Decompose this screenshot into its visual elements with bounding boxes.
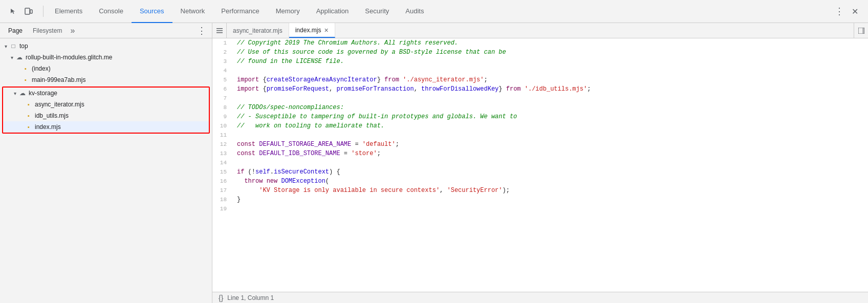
kv-storage-group: ◀ ☁ kv-storage ▪ async_iterator.mjs ▪ <box>2 86 210 134</box>
line-code-17: 'KV Storage is only available in secure … <box>233 186 868 195</box>
toolbar-tabs: Elements Console Sources Network Perform… <box>47 0 828 23</box>
sidebar-tab-filesystem[interactable]: Filesystem <box>29 24 66 38</box>
code-editor[interactable]: 1// Copyright 2019 The Chromium Authors.… <box>212 38 868 292</box>
sidebar-more-tabs[interactable]: » <box>70 26 75 35</box>
tab-sources[interactable]: Sources <box>132 0 172 23</box>
line-number-12: 12 <box>212 140 233 149</box>
tree-label-index-mjs: index.mjs <box>35 123 61 131</box>
status-bar: {} Line 1, Column 1 <box>212 292 868 303</box>
line-number-19: 19 <box>212 204 233 213</box>
tree-arrow-index-mjs <box>17 123 25 131</box>
line-code-1: // Copyright 2019 The Chromium Authors. … <box>233 38 868 48</box>
tree-arrow-main <box>14 76 21 83</box>
tree-label-host: rollup-built-in-modules.glitch.me <box>26 54 112 61</box>
tab-console[interactable]: Console <box>91 0 132 23</box>
line-number-7: 7 <box>212 94 233 103</box>
file-icon-async-iter: ▪ <box>25 100 33 109</box>
tree-label-idb: idb_utils.mjs <box>35 112 69 119</box>
tree-arrow-host <box>8 54 15 61</box>
line-code-18: } <box>233 195 868 204</box>
sidebar-tabs-bar: Page Filesystem » ⋮ <box>0 23 212 38</box>
code-tab-async-iter[interactable]: async_iterator.mjs <box>227 23 289 38</box>
tab-security[interactable]: Security <box>357 0 397 23</box>
code-line-13: 13const DEFAULT_IDB_STORE_NAME = 'store'… <box>212 149 868 158</box>
line-number-1: 1 <box>212 38 233 48</box>
tree-item-index[interactable]: ▪ (index) <box>0 63 212 74</box>
tree-item-host[interactable]: ☁ rollup-built-in-modules.glitch.me <box>0 52 212 63</box>
tree-item-main[interactable]: ▪ main-999ea7ab.mjs <box>0 74 212 85</box>
code-line-8: 8// TODOs/spec-noncompliances: <box>212 103 868 112</box>
tree-item-kv-storage[interactable]: ☁ kv-storage <box>3 88 209 99</box>
code-area: async_iterator.mjs index.mjs × 1// Copyr… <box>212 23 868 303</box>
device-toggle-icon[interactable] <box>21 4 36 18</box>
svg-rect-2 <box>216 28 223 29</box>
sidebar-tab-page[interactable]: Page <box>4 24 27 38</box>
line-number-15: 15 <box>212 167 233 177</box>
tree-label-async-iter: async_iterator.mjs <box>35 101 84 108</box>
line-code-9: // - Susceptible to tampering of built-i… <box>233 112 868 121</box>
code-line-18: 18} <box>212 195 868 204</box>
code-line-7: 7 <box>212 94 868 103</box>
more-options-icon[interactable]: ⋮ <box>832 4 847 18</box>
line-number-17: 17 <box>212 186 233 195</box>
svg-rect-3 <box>216 30 223 31</box>
tree-item-index-mjs[interactable]: ▪ index.mjs <box>3 121 209 133</box>
line-code-13: const DEFAULT_IDB_STORE_NAME = 'store'; <box>233 149 868 158</box>
line-number-9: 9 <box>212 112 233 121</box>
file-icon-index: ▪ <box>21 64 30 73</box>
tab-audits[interactable]: Audits <box>397 0 432 23</box>
tree-arrow-idb <box>17 112 25 119</box>
code-line-9: 9// - Susceptible to tampering of built-… <box>212 112 868 121</box>
line-code-15: if (!self.isSecureContext) { <box>233 167 868 177</box>
main-toolbar: Elements Console Sources Network Perform… <box>0 0 868 23</box>
code-line-5: 5import {createStorageAreaAsyncIterator}… <box>212 75 868 84</box>
toolbar-divider-1 <box>43 6 44 17</box>
line-code-7 <box>233 94 868 103</box>
cloud-icon-kv: ☁ <box>18 89 27 97</box>
tree-label-index: (index) <box>32 65 51 72</box>
line-number-18: 18 <box>212 195 233 204</box>
dock-right-btn[interactable] <box>854 23 868 38</box>
line-number-3: 3 <box>212 57 233 66</box>
code-tab-index-mjs[interactable]: index.mjs × <box>289 23 335 38</box>
sidebar: Page Filesystem » ⋮ □ top ☁ rollup-built… <box>0 23 212 303</box>
tree-arrow-async-iter <box>17 101 25 108</box>
line-number-16: 16 <box>212 177 233 186</box>
cursor-icon[interactable] <box>6 4 20 18</box>
folder-icon-top: □ <box>9 42 17 50</box>
line-number-4: 4 <box>212 66 233 75</box>
code-line-14: 14 <box>212 158 868 167</box>
tree-item-idb[interactable]: ▪ idb_utils.mjs <box>3 110 209 121</box>
line-code-5: import {createStorageAreaAsyncIterator} … <box>233 75 868 84</box>
line-code-6: import {promiseForRequest, promiseForTra… <box>233 84 868 94</box>
code-line-17: 17 'KV Storage is only available in secu… <box>212 186 868 195</box>
code-line-4: 4 <box>212 66 868 75</box>
pretty-print-icon[interactable]: {} <box>219 294 223 302</box>
svg-rect-0 <box>25 8 30 14</box>
line-code-14 <box>233 158 868 167</box>
tree-arrow-index <box>14 65 21 72</box>
line-number-14: 14 <box>212 158 233 167</box>
sidebar-kebab-menu[interactable]: ⋮ <box>196 25 208 36</box>
line-number-8: 8 <box>212 103 233 112</box>
tree-item-top[interactable]: □ top <box>0 40 212 52</box>
tree-item-async-iter[interactable]: ▪ async_iterator.mjs <box>3 99 209 110</box>
tab-application[interactable]: Application <box>308 0 357 23</box>
tree-label-kv: kv-storage <box>29 90 57 97</box>
tab-elements[interactable]: Elements <box>47 0 91 23</box>
sidebar-toggle-btn[interactable] <box>212 23 227 38</box>
close-devtools-icon[interactable]: ✕ <box>848 4 862 18</box>
toolbar-device-icons <box>2 4 40 18</box>
status-bar-text: Line 1, Column 1 <box>227 294 274 301</box>
tab-performance[interactable]: Performance <box>213 0 267 23</box>
tab-network[interactable]: Network <box>172 0 213 23</box>
code-tab-close-btn[interactable]: × <box>324 27 328 34</box>
code-line-6: 6import {promiseForRequest, promiseForTr… <box>212 84 868 94</box>
line-code-4 <box>233 66 868 75</box>
line-number-13: 13 <box>212 149 233 158</box>
file-icon-idb: ▪ <box>25 112 33 120</box>
code-line-19: 19 <box>212 204 868 213</box>
code-tab-spacer <box>335 23 854 38</box>
tree-label-main: main-999ea7ab.mjs <box>32 76 85 83</box>
tab-memory[interactable]: Memory <box>268 0 308 23</box>
